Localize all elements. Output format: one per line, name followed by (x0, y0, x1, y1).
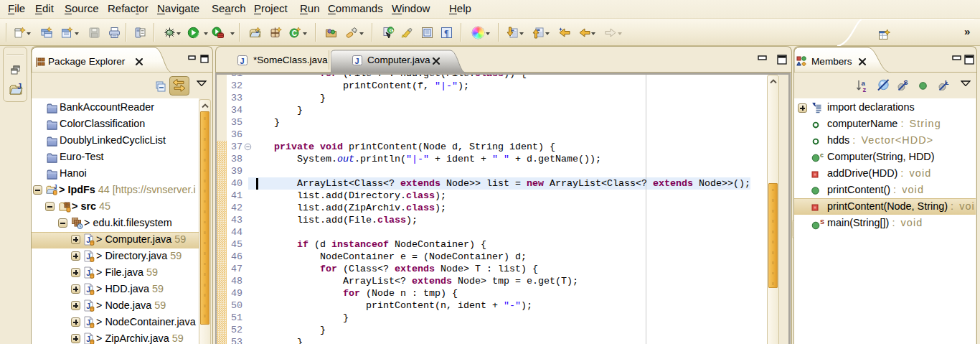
svg-text:G: G (389, 27, 393, 34)
svg-text:S: S (820, 218, 824, 226)
svg-text:z: z (863, 85, 867, 93)
svg-text:¶: ¶ (444, 28, 448, 38)
svg-text:J: J (54, 184, 57, 190)
svg-text:J: J (17, 82, 22, 90)
svg-text:C: C (292, 29, 297, 37)
svg-text:J: J (240, 57, 245, 65)
svg-text:c: c (820, 152, 824, 159)
svg-text:J: J (355, 57, 359, 65)
